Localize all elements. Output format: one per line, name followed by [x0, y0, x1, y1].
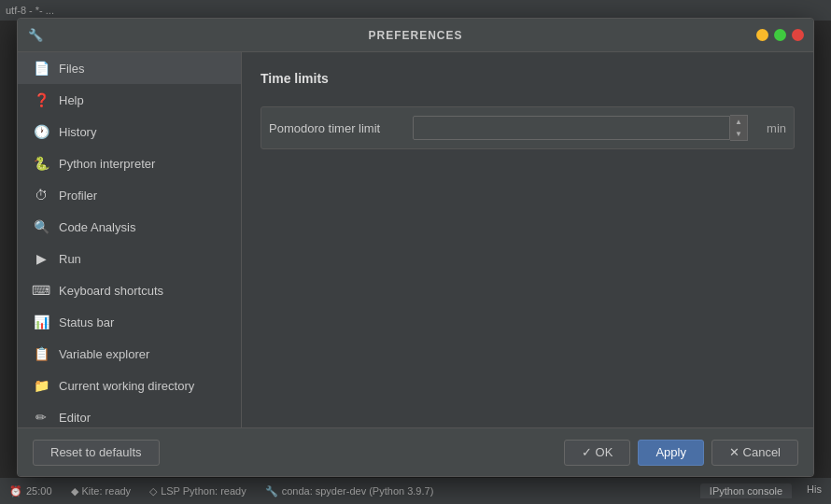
python-interpreter-label: Python interpreter	[59, 157, 155, 171]
files-icon: 📄	[33, 60, 49, 77]
lsp-text: LSP Python: ready	[161, 485, 246, 497]
dialog-overlay: 🔧 PREFERENCES 📄Files❓Help🕐History🐍Python…	[17, 17, 814, 478]
clock-icon: ⏰	[9, 485, 22, 497]
status-bar-icon: 📊	[33, 314, 49, 330]
editor-label: Editor	[59, 411, 91, 425]
status-conda: 🔧 conda: spyder-dev (Python 3.9.7)	[265, 485, 434, 497]
ok-label: ✓ OK	[582, 445, 613, 459]
cancel-label: ✕ Cancel	[729, 445, 781, 459]
sidebar-item-run[interactable]: ▶Run	[18, 243, 241, 274]
reset-button[interactable]: Reset to defaults	[33, 440, 160, 466]
sidebar-item-status-bar[interactable]: 📊Status bar	[18, 306, 241, 338]
code-analysis-label: Code Analysis	[59, 220, 135, 234]
ok-button[interactable]: ✓ OK	[564, 440, 630, 466]
pomodoro-form-group: Pomodoro timer limit 25 ▲ ▼ min	[261, 106, 795, 149]
spinner-up-button[interactable]: ▲	[730, 116, 747, 128]
dialog-body: 📄Files❓Help🕐History🐍Python interpreter⏱P…	[18, 52, 813, 427]
status-lsp: ◇ LSP Python: ready	[149, 485, 246, 497]
spinner-buttons: ▲ ▼	[730, 115, 748, 141]
sidebar-item-code-analysis[interactable]: 🔍Code Analysis	[18, 211, 241, 243]
kite-text: Kite: ready	[82, 485, 132, 497]
sidebar-item-variable-explorer[interactable]: 📋Variable explorer	[18, 338, 241, 370]
main-content: Time limits Pomodoro timer limit 25 ▲ ▼ …	[242, 52, 813, 427]
pomodoro-input[interactable]: 25	[413, 116, 730, 140]
close-button[interactable]	[792, 29, 804, 41]
sidebar-item-editor[interactable]: ✏Editor	[18, 401, 241, 427]
cancel-button[interactable]: ✕ Cancel	[711, 440, 798, 466]
profiler-label: Profiler	[59, 189, 97, 203]
apply-label: Apply	[655, 445, 686, 459]
variable-explorer-icon: 📋	[33, 345, 49, 362]
sidebar: 📄Files❓Help🕐History🐍Python interpreter⏱P…	[18, 52, 242, 427]
spinner-container: 25 ▲ ▼	[413, 115, 748, 141]
sidebar-item-files[interactable]: 📄Files	[18, 52, 241, 84]
dialog-titlebar: 🔧 PREFERENCES	[18, 19, 813, 52]
window-controls	[756, 29, 804, 41]
maximize-button[interactable]	[774, 29, 786, 41]
editor-icon: ✏	[33, 409, 49, 426]
profiler-icon: ⏱	[33, 187, 49, 203]
help-label: Help	[59, 93, 84, 107]
status-time: ⏰ 25:00	[9, 485, 52, 497]
status-kite: ◆ Kite: ready	[71, 485, 132, 497]
unit-label: min	[767, 121, 786, 135]
history-icon: 🕐	[33, 123, 49, 140]
minimize-button[interactable]	[756, 29, 768, 41]
current-working-directory-icon: 📁	[33, 377, 49, 394]
files-label: Files	[59, 62, 84, 76]
code-analysis-icon: 🔍	[33, 218, 49, 235]
pomodoro-label: Pomodoro timer limit	[269, 121, 401, 135]
sidebar-item-current-working-directory[interactable]: 📁Current working directory	[18, 370, 241, 401]
top-bar-text: utf-8 - *- ...	[6, 5, 54, 16]
spyder-icon: 🔧	[27, 27, 44, 44]
conda-icon: 🔧	[265, 485, 278, 497]
spinner-down-button[interactable]: ▼	[730, 128, 747, 140]
section-title: Time limits	[261, 71, 795, 91]
status-bar-label: Status bar	[59, 315, 114, 329]
lsp-icon: ◇	[149, 485, 157, 497]
status-right: IPython console His	[700, 483, 822, 498]
python-interpreter-icon: 🐍	[33, 155, 49, 172]
keyboard-shortcuts-label: Keyboard shortcuts	[59, 284, 163, 298]
history-label: History	[59, 125, 96, 139]
sidebar-item-history[interactable]: 🕐History	[18, 116, 241, 147]
sidebar-item-keyboard-shortcuts[interactable]: ⌨Keyboard shortcuts	[18, 274, 241, 306]
apply-button[interactable]: Apply	[638, 440, 704, 466]
help-icon: ❓	[33, 91, 49, 108]
preferences-dialog: 🔧 PREFERENCES 📄Files❓Help🕐History🐍Python…	[17, 18, 814, 477]
dialog-footer: Reset to defaults ✓ OK Apply ✕ Cancel	[18, 427, 813, 476]
sidebar-item-python-interpreter[interactable]: 🐍Python interpreter	[18, 147, 241, 179]
run-label: Run	[59, 252, 81, 266]
ipython-console-tab[interactable]: IPython console	[700, 483, 792, 498]
dialog-title: PREFERENCES	[368, 29, 462, 42]
run-icon: ▶	[33, 250, 49, 267]
sidebar-item-profiler[interactable]: ⏱Profiler	[18, 179, 241, 211]
time-value: 25:00	[26, 485, 52, 497]
conda-text: conda: spyder-dev (Python 3.9.7)	[282, 485, 434, 497]
current-working-directory-label: Current working directory	[59, 379, 194, 393]
kite-icon: ◆	[71, 485, 78, 497]
history-tab[interactable]: His	[807, 483, 822, 498]
status-bar: ⏰ 25:00 ◆ Kite: ready ◇ LSP Python: read…	[0, 478, 831, 504]
reset-label: Reset to defaults	[50, 445, 142, 459]
variable-explorer-label: Variable explorer	[59, 347, 149, 361]
sidebar-item-help[interactable]: ❓Help	[18, 84, 241, 116]
keyboard-shortcuts-icon: ⌨	[33, 282, 49, 299]
